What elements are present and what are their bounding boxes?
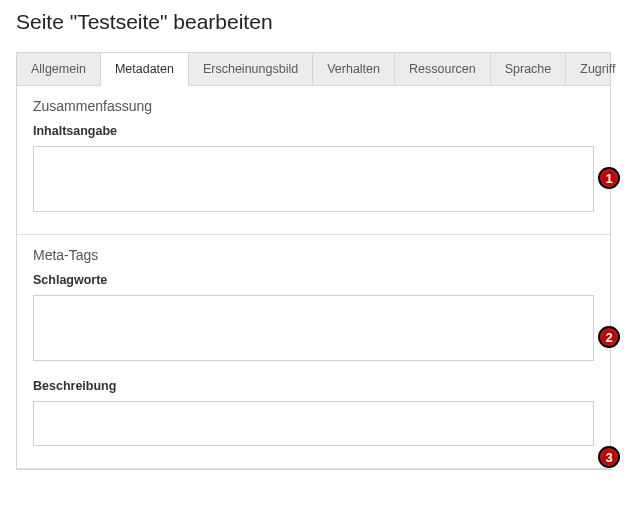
tab-ressourcen[interactable]: Ressourcen <box>395 53 491 85</box>
tab-container: Allgemein Metadaten Erscheinungsbild Ver… <box>16 52 611 470</box>
input-schlagworte[interactable] <box>33 295 594 361</box>
tab-metadaten[interactable]: Metadaten <box>101 53 189 86</box>
tab-sprache[interactable]: Sprache <box>491 53 567 85</box>
section-summary: Zusammenfassung Inhaltsangabe <box>17 86 610 235</box>
input-inhaltsangabe[interactable] <box>33 146 594 212</box>
annotation-marker-1: 1 <box>598 167 620 189</box>
section-title-metatags: Meta-Tags <box>33 247 594 263</box>
field-inhaltsangabe: Inhaltsangabe <box>33 124 594 216</box>
annotation-number: 3 <box>605 450 612 465</box>
tab-zugriff[interactable]: Zugriff <box>566 53 627 85</box>
annotation-number: 2 <box>605 330 612 345</box>
input-beschreibung[interactable] <box>33 401 594 446</box>
annotation-number: 1 <box>605 171 612 186</box>
annotation-marker-2: 2 <box>598 326 620 348</box>
tab-verhalten[interactable]: Verhalten <box>313 53 395 85</box>
tab-allgemein[interactable]: Allgemein <box>17 53 101 85</box>
tab-erscheinungsbild[interactable]: Erscheinungsbild <box>189 53 313 85</box>
tab-bar: Allgemein Metadaten Erscheinungsbild Ver… <box>17 53 610 86</box>
label-schlagworte: Schlagworte <box>33 273 594 287</box>
field-schlagworte: Schlagworte <box>33 273 594 365</box>
label-inhaltsangabe: Inhaltsangabe <box>33 124 594 138</box>
section-metatags: Meta-Tags Schlagworte Beschreibung <box>17 235 610 469</box>
page-title: Seite "Testseite" bearbeiten <box>16 10 611 34</box>
field-beschreibung: Beschreibung <box>33 379 594 450</box>
section-title-summary: Zusammenfassung <box>33 98 594 114</box>
label-beschreibung: Beschreibung <box>33 379 594 393</box>
annotation-marker-3: 3 <box>598 446 620 468</box>
